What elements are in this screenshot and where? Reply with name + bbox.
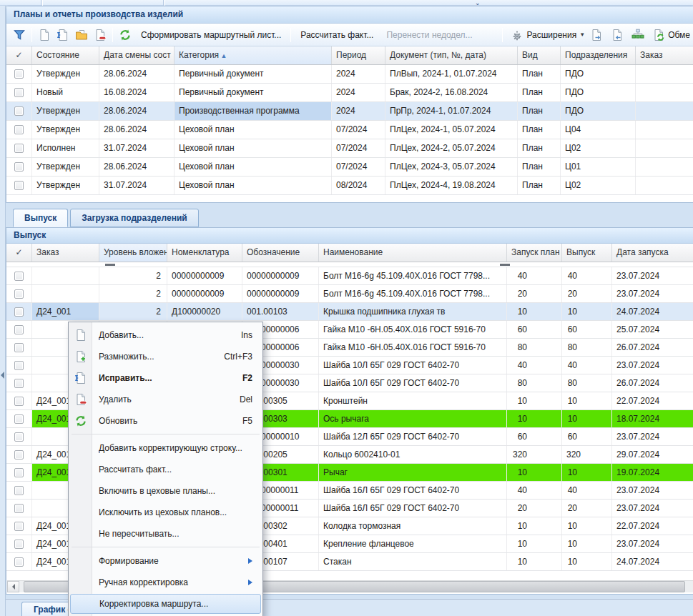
row-checkbox[interactable] — [14, 522, 24, 531]
menu-item[interactable]: Не пересчитывать... — [70, 523, 261, 545]
tab-inactive[interactable]: Загрузка подразделений — [70, 209, 198, 227]
menu-item[interactable]: Добавить...Ins — [70, 324, 261, 346]
state-cell: Утвержден — [32, 65, 99, 83]
output-table-row[interactable]: 20000000000900000000009Болт М16-6g 45.10… — [6, 267, 693, 285]
form-route-sheet-button[interactable]: Сформировать маршрутный лист... — [134, 27, 287, 43]
column-header-launch_date[interactable]: Дата запуска — [612, 244, 693, 262]
copy-button[interactable] — [72, 26, 91, 44]
column-header-check[interactable]: ✓ — [6, 46, 32, 64]
row-checkbox[interactable] — [14, 557, 24, 567]
menu-item[interactable]: Корректировка маршрута... — [70, 594, 261, 614]
output-panel-title: Выпуск — [6, 228, 693, 244]
edit-button[interactable] — [54, 26, 72, 44]
menu-item[interactable]: Исправить...F2 — [70, 367, 261, 389]
collapse-left-icon[interactable] — [1, 372, 4, 379]
filter-button[interactable] — [10, 26, 29, 44]
column-header-order[interactable]: Заказ — [636, 46, 693, 64]
export-button[interactable] — [587, 26, 606, 44]
plans-table-row[interactable]: Утвержден31.07.2024Цеховой план08/2024Пл… — [6, 177, 693, 195]
row-checkbox[interactable] — [14, 325, 24, 334]
nomenclature-cell: 00000000009 — [167, 285, 242, 302]
column-header-kind[interactable]: Вид — [518, 46, 561, 64]
date-cell: 28.06.2024 — [99, 65, 175, 83]
refresh-button[interactable] — [116, 26, 134, 44]
menu-item[interactable]: Размножить...Ctrl+F3 — [70, 346, 261, 367]
import-button[interactable] — [608, 26, 626, 44]
row-checkbox[interactable] — [14, 450, 24, 459]
column-label: Дата запуска — [616, 247, 669, 257]
menu-item[interactable]: Ручная корректировка — [70, 572, 261, 593]
date-cell: 16.08.2024 — [99, 84, 175, 101]
column-header-division[interactable]: Подразделения — [561, 46, 636, 64]
row-checkbox[interactable] — [14, 504, 24, 513]
output-cell: 20 — [562, 285, 612, 302]
exchange-button[interactable]: Обме — [649, 26, 690, 44]
row-checkbox[interactable] — [14, 69, 24, 79]
menu-item[interactable]: Исключить из цеховых планов... — [70, 502, 261, 523]
column-header-period[interactable]: Период — [332, 46, 385, 64]
row-checkbox[interactable] — [14, 181, 24, 190]
clipped-row — [6, 262, 693, 267]
row-checkbox[interactable] — [14, 432, 24, 442]
menu-item[interactable]: ОбновитьF5 — [70, 410, 261, 432]
plans-table-row[interactable]: Исполнен31.07.2024Цеховой план07/2024ПлЦ… — [6, 139, 693, 158]
row-checkbox[interactable] — [14, 414, 24, 424]
row-checkbox[interactable] — [14, 272, 24, 281]
menu-item[interactable]: Рассчитать факт... — [70, 459, 261, 480]
column-label: Заказ — [640, 50, 662, 60]
division-cell: ПДО — [561, 65, 636, 83]
order-cell — [32, 267, 99, 284]
row-checkbox[interactable] — [14, 361, 24, 370]
menu-item[interactable]: Добавить корректирующую строку... — [70, 437, 261, 459]
menu-item[interactable]: УдалитьDel — [70, 389, 261, 410]
extensions-button[interactable]: Расширения ▼ — [508, 26, 585, 44]
tab-active[interactable]: Выпуск — [13, 209, 68, 227]
plans-table-row[interactable]: Утвержден28.06.2024Цеховой план07/2024Пл… — [6, 158, 693, 177]
column-header-state[interactable]: Состояние — [32, 46, 99, 64]
row-checkbox[interactable] — [14, 125, 24, 134]
row-checkbox[interactable] — [14, 106, 24, 116]
row-checkbox[interactable] — [14, 144, 24, 153]
calc-fact-button[interactable]: Рассчитать факт... — [294, 27, 380, 43]
column-header-order[interactable]: Заказ — [32, 244, 99, 262]
launch_plan-cell: 20 — [507, 500, 562, 517]
row-checkbox[interactable] — [14, 289, 24, 299]
row-checkbox[interactable] — [14, 88, 24, 97]
column-header-name[interactable]: Наименование — [319, 244, 507, 262]
column-header-check[interactable]: ✓ — [6, 244, 32, 262]
column-header-doc[interactable]: Документ (тип, №, дата) — [385, 46, 518, 64]
date-cell: 28.06.2024 — [99, 121, 175, 139]
menu-item[interactable]: Включить в цеховые планы... — [70, 480, 261, 502]
row-checkbox[interactable] — [14, 307, 24, 317]
column-header-launch_plan[interactable]: Запуск план — [507, 244, 562, 262]
left-splitter[interactable] — [0, 6, 6, 616]
row-checkbox[interactable] — [14, 397, 24, 406]
row-checkbox[interactable] — [14, 540, 24, 549]
menu-item[interactable]: Формирование — [70, 550, 261, 572]
delete-button[interactable] — [91, 26, 109, 44]
column-header-date[interactable]: Дата смены сост — [99, 46, 175, 64]
row-checkbox[interactable] — [14, 486, 24, 495]
add-button[interactable] — [35, 26, 54, 44]
column-header-designation[interactable]: Обозначение — [242, 244, 319, 262]
row-checkbox[interactable] — [14, 162, 24, 172]
menu-item-label: Корректировка маршрута... — [99, 599, 252, 609]
plans-table-row[interactable]: Утвержден28.06.2024Цеховой план07/2024Пл… — [6, 121, 693, 139]
row-checkbox[interactable] — [14, 343, 24, 352]
plans-table-row[interactable]: Утвержден28.06.2024Производственная прог… — [6, 102, 693, 121]
column-header-output[interactable]: Выпуск — [562, 244, 612, 262]
plans-table-row[interactable]: Утвержден28.06.2024Первичный документ202… — [6, 65, 693, 84]
plans-table-row[interactable]: Новый16.08.2024Первичный документ2024Бра… — [6, 84, 693, 102]
row-checkbox[interactable] — [14, 379, 24, 388]
row-checkbox[interactable] — [14, 468, 24, 477]
launch_date-cell: 23.07.2024 — [612, 482, 693, 499]
output-table-row[interactable]: Д24_0012Д100000020001.00103Крышка подшип… — [6, 303, 693, 321]
scroll-left-button[interactable] — [7, 581, 19, 592]
name-cell: Болт М16-6g 45.109.40X.016 ГОСТ 7798... — [319, 267, 507, 284]
category-cell: Цеховой план — [175, 158, 332, 176]
org-tree-button[interactable] — [629, 26, 647, 44]
column-header-level[interactable]: Уровень вложен — [99, 244, 167, 262]
column-header-category[interactable]: Категория ▲ — [175, 46, 332, 64]
column-header-nomenclature[interactable]: Номенклатура — [167, 244, 242, 262]
output-table-row[interactable]: 20000000000900000000009Болт М16-6g 45.10… — [6, 285, 693, 303]
